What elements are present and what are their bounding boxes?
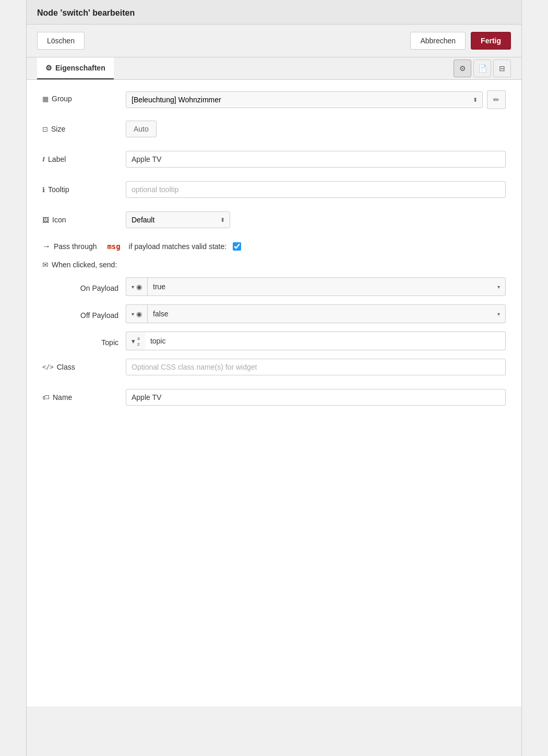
- label-field: [126, 151, 506, 168]
- size-label: ⊡ Size: [42, 121, 126, 133]
- class-input[interactable]: [126, 359, 506, 375]
- size-auto-button[interactable]: Auto: [126, 121, 157, 137]
- envelope-icon: ✉: [42, 261, 49, 269]
- name-row: 🏷 Name: [42, 389, 506, 408]
- icon-row: 🖼 Icon Default: [42, 211, 506, 230]
- name-input[interactable]: [126, 389, 506, 406]
- icon-field: Default: [126, 211, 506, 228]
- group-icon: ▦: [42, 95, 49, 103]
- group-edit-button[interactable]: ✏: [487, 90, 506, 109]
- gear-icon: ⚙: [459, 64, 466, 73]
- class-label: </> Class: [42, 359, 126, 371]
- off-payload-chevron-icon: ▾: [132, 311, 134, 317]
- on-payload-value-text: true: [153, 282, 165, 291]
- topic-chevron-icon: ▾: [132, 337, 135, 345]
- topic-row: Topic ▾ az: [42, 332, 506, 350]
- tooltip-info-icon: ℹ: [42, 186, 45, 194]
- layout-icon: ⊟: [499, 64, 505, 73]
- label-label-text: Label: [48, 155, 66, 163]
- label-text-icon: I: [42, 155, 45, 163]
- on-payload-bool-icon: ◉: [136, 283, 142, 291]
- group-label-text: Group: [52, 95, 72, 103]
- page-title: Node 'switch' bearbeiten: [37, 8, 135, 17]
- off-payload-value-chevron-icon: ▾: [497, 311, 500, 317]
- topic-label: Topic: [42, 335, 126, 347]
- group-row: ▦ Group [Beleuchtung] Wohnzimmer ✏: [42, 90, 506, 109]
- class-code-icon: </>: [42, 363, 54, 371]
- topic-type-button[interactable]: ▾ az: [126, 332, 145, 350]
- on-payload-row: On Payload ▾ ◉ true ▾: [42, 277, 506, 296]
- on-payload-type-button[interactable]: ▾ ◉: [126, 277, 147, 296]
- passthrough-text2: if payload matches valid state:: [129, 242, 227, 251]
- name-field: [126, 389, 506, 406]
- toolbar: Löschen Abbrechen Fertig: [27, 25, 521, 57]
- class-row: </> Class: [42, 359, 506, 377]
- group-field: [Beleuchtung] Wohnzimmer ✏: [126, 90, 506, 109]
- off-payload-value-display: false ▾: [147, 304, 506, 323]
- icon-select[interactable]: Default: [126, 211, 230, 228]
- size-field: Auto: [126, 121, 506, 137]
- icon-select-wrap: Default: [126, 211, 230, 228]
- label-label: I Label: [42, 151, 126, 163]
- size-label-text: Size: [51, 125, 65, 133]
- icon-label-text: Icon: [52, 216, 66, 224]
- icon-label: 🖼 Icon: [42, 211, 126, 224]
- passthrough-text1: Pass through: [54, 242, 97, 251]
- cancel-button[interactable]: Abbrechen: [410, 32, 466, 50]
- done-button[interactable]: Fertig: [471, 32, 511, 50]
- tab-action-gear[interactable]: ⚙: [454, 60, 471, 77]
- label-input[interactable]: [126, 151, 506, 168]
- passthrough-arrow-icon: →: [42, 242, 51, 251]
- doc-icon: 📄: [478, 64, 487, 73]
- size-icon: ⊡: [42, 125, 48, 133]
- class-field: [126, 359, 506, 375]
- size-row: ⊡ Size Auto: [42, 121, 506, 139]
- tooltip-label: ℹ Tooltip: [42, 181, 126, 194]
- group-select[interactable]: [Beleuchtung] Wohnzimmer: [126, 91, 483, 108]
- tabs-row: ⚙ Eigenschaften ⚙ 📄 ⊟: [27, 57, 521, 80]
- on-payload-value-chevron-icon: ▾: [497, 284, 500, 290]
- delete-button[interactable]: Löschen: [37, 32, 85, 50]
- when-clicked-row: ✉ When clicked, send:: [42, 261, 506, 269]
- properties-gear-icon: ⚙: [45, 64, 52, 72]
- tab-properties[interactable]: ⚙ Eigenschaften: [37, 57, 114, 79]
- group-label: ▦ Group: [42, 90, 126, 103]
- page-header: Node 'switch' bearbeiten: [27, 0, 521, 25]
- tab-properties-label: Eigenschaften: [55, 64, 105, 72]
- tooltip-label-text: Tooltip: [48, 185, 69, 194]
- name-label-text: Name: [53, 393, 72, 401]
- topic-az-icon: az: [137, 335, 140, 347]
- name-tag-icon: 🏷: [42, 393, 50, 401]
- when-clicked-text: When clicked, send:: [52, 261, 117, 269]
- off-payload-value-text: false: [153, 310, 169, 318]
- off-payload-bool-icon: ◉: [136, 310, 142, 318]
- passthrough-msg-highlight: msg: [107, 242, 120, 251]
- tab-action-layout[interactable]: ⊟: [493, 60, 511, 77]
- tooltip-input[interactable]: [126, 181, 506, 198]
- off-payload-row: Off Payload ▾ ◉ false ▾: [42, 304, 506, 323]
- on-payload-field: ▾ ◉ true ▾: [126, 277, 506, 296]
- topic-field: ▾ az: [126, 332, 506, 350]
- edit-pencil-icon: ✏: [493, 96, 499, 104]
- group-select-wrap: [Beleuchtung] Wohnzimmer ✏: [126, 90, 506, 109]
- tooltip-row: ℹ Tooltip: [42, 181, 506, 200]
- on-payload-chevron-icon: ▾: [132, 284, 134, 290]
- off-payload-field: ▾ ◉ false ▾: [126, 304, 506, 323]
- class-label-text: Class: [57, 363, 75, 371]
- passthrough-checkbox[interactable]: [233, 242, 241, 251]
- off-payload-type-button[interactable]: ▾ ◉: [126, 304, 147, 323]
- on-payload-value-display: true ▾: [147, 277, 506, 296]
- tab-action-doc[interactable]: 📄: [473, 60, 491, 77]
- name-label: 🏷 Name: [42, 389, 126, 401]
- main-content: ▦ Group [Beleuchtung] Wohnzimmer ✏: [27, 80, 521, 706]
- icon-image-icon: 🖼: [42, 216, 49, 224]
- group-select-container: [Beleuchtung] Wohnzimmer: [126, 91, 483, 108]
- tooltip-field: [126, 181, 506, 198]
- on-payload-label: On Payload: [42, 281, 126, 292]
- topic-input[interactable]: [145, 332, 506, 350]
- passthrough-row: → Pass through msg if payload matches va…: [42, 242, 506, 251]
- label-row: I Label: [42, 151, 506, 170]
- tab-actions: ⚙ 📄 ⊟: [454, 60, 511, 77]
- off-payload-label: Off Payload: [42, 308, 126, 320]
